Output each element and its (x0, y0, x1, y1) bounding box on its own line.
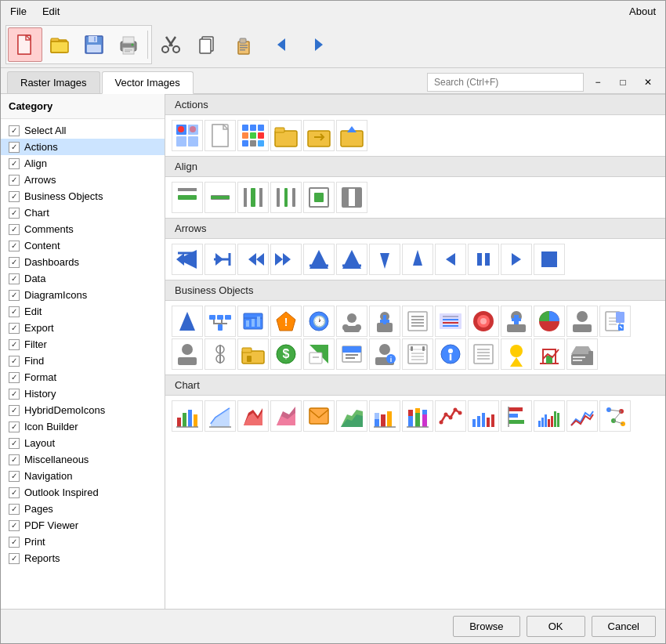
icon-cell[interactable] (172, 182, 203, 213)
icon-cell[interactable] (402, 338, 433, 370)
checkbox-history[interactable] (9, 389, 20, 400)
sidebar-item-format[interactable]: Format (1, 369, 165, 385)
close-button[interactable]: ✕ (637, 74, 659, 91)
icon-cell[interactable] (205, 338, 236, 370)
checkbox-edit[interactable] (9, 306, 20, 317)
sidebar-item-hybriddemoicons[interactable]: HybridDemoIcons (1, 402, 165, 418)
icon-cell[interactable] (205, 182, 236, 213)
icon-cell[interactable] (566, 400, 598, 432)
icon-cell[interactable] (501, 338, 532, 370)
sidebar-item-print[interactable]: Print (1, 534, 165, 550)
checkbox-dashboards[interactable] (9, 257, 20, 268)
sidebar-item-actions[interactable]: Actions (1, 139, 165, 155)
sidebar-item-export[interactable]: Export (1, 320, 165, 336)
checkbox-export[interactable] (9, 323, 20, 334)
icon-cell[interactable] (303, 244, 335, 275)
icon-cell[interactable] (303, 182, 335, 213)
icon-cell[interactable]: i (369, 338, 400, 370)
icon-cell[interactable] (237, 244, 269, 275)
icon-cell[interactable] (303, 120, 335, 151)
toolbar-cut-button[interactable] (154, 27, 188, 62)
checkbox-filter[interactable] (9, 339, 20, 350)
checkbox-actions[interactable] (9, 142, 20, 153)
icon-cell[interactable] (402, 400, 433, 432)
sidebar-item-arrows[interactable]: Arrows (1, 172, 165, 188)
icon-cell[interactable] (369, 400, 400, 432)
menu-about[interactable]: About (626, 4, 659, 19)
icon-cell[interactable] (501, 244, 532, 275)
icon-cell[interactable] (172, 400, 203, 432)
icon-cell[interactable] (336, 182, 367, 213)
icon-cell[interactable] (172, 338, 203, 370)
checkbox-outlook inspired[interactable] (9, 487, 20, 498)
icon-cell[interactable] (303, 400, 335, 432)
icon-cell[interactable] (237, 338, 269, 370)
sidebar-item-diagramicons[interactable]: DiagramIcons (1, 287, 165, 303)
toolbar-save-button[interactable] (77, 27, 111, 62)
maximize-button[interactable]: □ (612, 74, 634, 91)
icon-cell[interactable] (270, 120, 302, 151)
sidebar-item-miscellaneous[interactable]: Miscellaneous (1, 451, 165, 468)
cancel-button[interactable]: Cancel (592, 616, 656, 637)
icon-cell[interactable] (599, 400, 631, 432)
sidebar-item-icon-builder[interactable]: Icon Builder (1, 418, 165, 435)
sidebar-item-pages[interactable]: Pages (1, 501, 165, 517)
checkbox-reports[interactable] (9, 553, 20, 564)
icon-cell[interactable] (172, 120, 203, 151)
menu-edit[interactable]: Edit (39, 4, 63, 19)
toolbar-print-button[interactable] (111, 27, 146, 62)
menu-file[interactable]: File (7, 4, 30, 19)
checkbox-layout[interactable] (9, 438, 20, 449)
sidebar-item-content[interactable]: Content (1, 237, 165, 254)
checkbox-comments[interactable] (9, 224, 20, 235)
icon-cell[interactable] (435, 338, 466, 370)
icon-cell[interactable] (468, 244, 499, 275)
browse-button[interactable]: Browse (453, 616, 519, 637)
checkbox-align[interactable] (9, 158, 20, 169)
toolbar-copy-button[interactable] (190, 27, 224, 62)
checkbox-content[interactable] (9, 241, 20, 251)
checkbox-diagramicons[interactable] (9, 290, 20, 301)
icon-panel[interactable]: ActionsAlignArrowsBusiness Objects!🕐$iCh… (165, 94, 665, 609)
icon-cell[interactable] (435, 400, 466, 432)
icon-cell[interactable] (369, 244, 400, 275)
sidebar-item-find[interactable]: Find (1, 353, 165, 369)
icon-cell[interactable] (336, 306, 367, 337)
icon-cell[interactable] (369, 306, 400, 337)
sidebar-item-pdf-viewer[interactable]: PDF Viewer (1, 517, 165, 534)
icon-cell[interactable] (435, 306, 466, 337)
sidebar-item-business-objects[interactable]: Business Objects (1, 188, 165, 204)
checkbox-select all[interactable] (9, 125, 20, 136)
toolbar-new-button[interactable] (8, 27, 42, 62)
toolbar-back-button[interactable] (265, 27, 299, 62)
sidebar-item-edit[interactable]: Edit (1, 303, 165, 320)
icon-cell[interactable] (534, 338, 565, 370)
checkbox-pages[interactable] (9, 504, 20, 515)
icon-cell[interactable] (534, 244, 565, 275)
icon-cell[interactable] (468, 306, 499, 337)
toolbar-forward-button[interactable] (301, 27, 335, 62)
icon-cell[interactable] (566, 306, 598, 337)
icon-cell[interactable] (336, 120, 367, 151)
sidebar-item-comments[interactable]: Comments (1, 221, 165, 237)
icon-cell[interactable] (534, 400, 565, 432)
sidebar-item-reports[interactable]: Reports (1, 550, 165, 566)
tab-raster[interactable]: Raster Images (7, 71, 100, 93)
icon-cell[interactable]: 🕐 (303, 306, 335, 337)
sidebar-item-filter[interactable]: Filter (1, 336, 165, 353)
icon-cell[interactable] (599, 306, 631, 337)
toolbar-open-button[interactable] (42, 27, 77, 62)
checkbox-hybriddemoicons[interactable] (9, 405, 20, 416)
sidebar-item-align[interactable]: Align (1, 155, 165, 172)
checkbox-miscellaneous[interactable] (9, 454, 20, 465)
checkbox-pdf viewer[interactable] (9, 520, 20, 531)
icon-cell[interactable] (237, 182, 269, 213)
icon-cell[interactable] (468, 400, 499, 432)
icon-cell[interactable] (205, 400, 236, 432)
icon-cell[interactable] (303, 338, 335, 370)
icon-cell[interactable] (402, 244, 433, 275)
checkbox-business objects[interactable] (9, 191, 20, 202)
checkbox-chart[interactable] (9, 208, 20, 219)
tab-vector[interactable]: Vector Images (102, 71, 194, 94)
icon-cell[interactable] (336, 338, 367, 370)
